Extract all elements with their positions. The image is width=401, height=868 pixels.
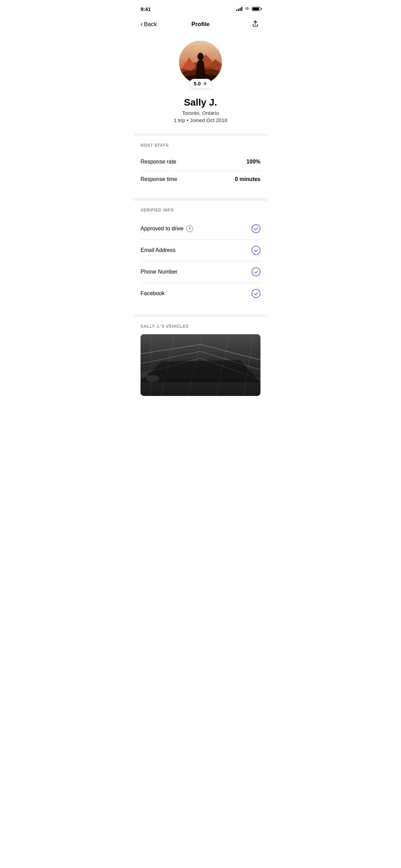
verified-info-title: VERIFIED INFO [141, 208, 260, 213]
info-icon[interactable]: ? [186, 225, 193, 232]
battery-icon [252, 7, 260, 11]
nav-header: ‹ Back Profile [134, 15, 267, 33]
host-stats-title: HOST STATS [141, 143, 260, 148]
verified-row-facebook: Facebook [141, 282, 260, 304]
rating-badge: 5.0 ★ [190, 79, 211, 88]
verified-row-phone: Phone Number [141, 261, 260, 282]
avatar [178, 40, 223, 85]
facebook-check-icon [252, 289, 260, 298]
vehicle-image-svg [141, 334, 260, 396]
response-rate-row: Response rate 100% [141, 153, 260, 170]
host-stats-section: HOST STATS Response rate 100% Response t… [134, 136, 267, 191]
status-bar: 9:41 [134, 0, 267, 15]
response-time-label: Response time [141, 176, 177, 182]
verified-row-email: Email Address [141, 239, 260, 261]
email-label: Email Address [141, 247, 175, 253]
back-chevron-icon: ‹ [141, 21, 143, 28]
svg-point-7 [198, 64, 203, 70]
facebook-label: Facebook [141, 290, 165, 297]
svg-point-25 [146, 375, 159, 382]
section-divider-2 [134, 198, 267, 201]
status-time: 9:41 [141, 6, 151, 12]
section-divider-3 [134, 314, 267, 317]
verified-info-section: VERIFIED INFO Approved to drive ? Email … [134, 201, 267, 308]
section-divider-1 [134, 133, 267, 136]
vehicles-title: SALLY J.'S VEHICLES [141, 324, 260, 329]
signal-icon [236, 7, 242, 11]
response-time-value: 0 minutes [235, 176, 260, 182]
back-label: Back [144, 21, 157, 28]
avatar-container: 5.0 ★ [178, 40, 223, 85]
svg-point-10 [198, 63, 203, 67]
rating-star: ★ [203, 80, 207, 87]
back-button[interactable]: ‹ Back [141, 21, 157, 28]
profile-section: 5.0 ★ Sally J. Toronto, Ontario 1 trip •… [134, 33, 267, 126]
response-rate-label: Response rate [141, 159, 176, 165]
response-time-row: Response time 0 minutes [141, 170, 260, 188]
share-button[interactable] [250, 19, 260, 30]
phone-label: Phone Number [141, 269, 178, 275]
profile-location: Toronto, Ontario [182, 110, 219, 116]
response-rate-value: 100% [246, 159, 260, 165]
nav-title: Profile [192, 21, 210, 28]
status-icons [236, 7, 260, 11]
profile-name: Sally J. [184, 97, 217, 108]
rating-number: 5.0 [194, 81, 201, 86]
profile-trips-joined: 1 trip • Joined Oct 2018 [174, 117, 227, 123]
verified-row-approved: Approved to drive ? [141, 218, 260, 239]
svg-marker-9 [197, 70, 204, 77]
svg-rect-24 [141, 372, 147, 377]
share-icon [252, 20, 259, 27]
wifi-icon [244, 7, 250, 11]
vehicles-section: SALLY J.'S VEHICLES [134, 317, 267, 396]
approved-check-icon [252, 224, 260, 233]
vehicle-image[interactable] [141, 334, 260, 396]
approved-label: Approved to drive [141, 226, 183, 232]
email-check-icon [252, 246, 260, 255]
phone-check-icon [252, 267, 260, 276]
